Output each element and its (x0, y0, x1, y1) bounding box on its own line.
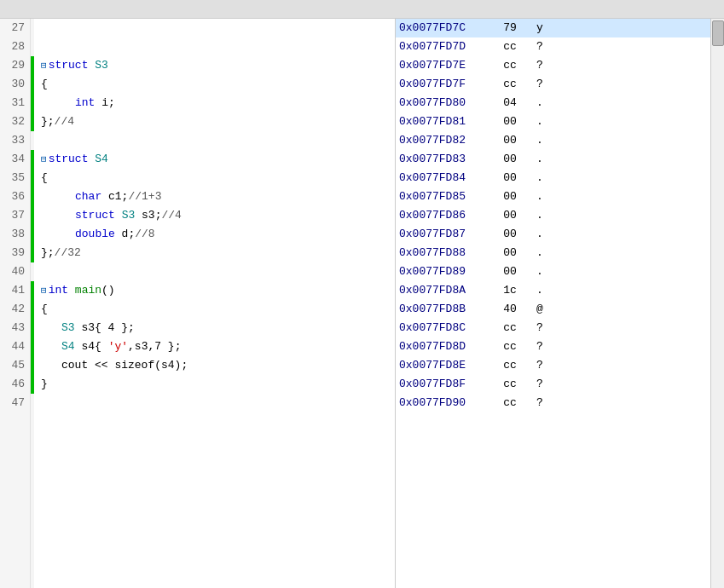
mem-value: cc (493, 319, 527, 337)
code-line: struct S3 s3;//4 (41, 206, 395, 225)
green-bar-segment (31, 356, 34, 375)
line-numbers: 2728293031323334353637383940414243444546… (0, 19, 31, 588)
code-lines: ⊟struct S3{int i;};//4 ⊟struct S4{char c… (34, 19, 395, 588)
code-line: cout << sizeof(s4); (41, 356, 395, 375)
mem-char: . (527, 112, 553, 131)
code-text (68, 281, 75, 300)
green-bar-segment (31, 244, 34, 262)
type-name: S3 (95, 56, 108, 75)
memory-row: 0x0077FD8400. (396, 169, 710, 187)
type-name: S4 (61, 337, 75, 356)
memory-row: 0x0077FD8300. (396, 150, 710, 169)
code-text: d; (115, 225, 135, 244)
green-bar-segment (31, 56, 34, 75)
scrollbar[interactable] (710, 19, 724, 588)
mem-char: ? (527, 319, 553, 337)
line-number: 28 (0, 37, 25, 56)
green-bar-segment (31, 131, 34, 150)
mem-address: 0x0077FD83 (399, 150, 493, 169)
memory-row: 0x0077FD8Ccc? (396, 319, 710, 337)
memory-row: 0x0077FD7Ecc? (396, 56, 710, 75)
memory-panel: 0x0077FD7C79y0x0077FD7Dcc?0x0077FD7Ecc?0… (396, 19, 710, 588)
line-number: 41 (0, 281, 25, 300)
mem-address: 0x0077FD85 (399, 187, 493, 206)
line-number: 35 (0, 169, 25, 187)
green-bar-segment (31, 281, 34, 300)
line-number: 33 (0, 131, 25, 150)
line-number: 38 (0, 225, 25, 244)
code-line: S3 s3{ 4 }; (41, 319, 395, 337)
code-text: ,s3,7 }; (128, 337, 181, 356)
comment: //4 (161, 206, 181, 225)
code-text: s3{ 4 }; (75, 319, 135, 337)
mem-char: . (527, 131, 553, 150)
memory-row: 0x0077FD7Dcc? (396, 37, 710, 56)
collapse-icon[interactable]: ⊟ (41, 281, 47, 300)
keyword: struct (49, 150, 89, 169)
collapse-icon[interactable]: ⊟ (41, 150, 47, 169)
mem-char: ? (527, 56, 553, 75)
green-bar-segment (31, 262, 34, 281)
mem-address: 0x0077FD87 (399, 225, 493, 244)
mem-char: ? (527, 75, 553, 94)
comment: //8 (135, 225, 154, 244)
mem-char: . (527, 225, 553, 244)
mem-value: cc (493, 56, 527, 75)
code-text: }; (41, 112, 55, 131)
memory-row: 0x0077FD8A1c. (396, 281, 710, 300)
mem-address: 0x0077FD7D (399, 37, 493, 56)
code-line: };//32 (41, 244, 395, 262)
mem-value: cc (493, 394, 527, 412)
mem-value: 00 (493, 150, 527, 169)
code-text (88, 56, 95, 75)
green-bar-segment (31, 37, 34, 56)
line-number: 32 (0, 112, 25, 131)
string-literal: 'y' (108, 337, 128, 356)
code-text: { (41, 75, 48, 94)
collapse-icon[interactable]: ⊟ (41, 56, 47, 75)
memory-row: 0x0077FD8B40@ (396, 300, 710, 319)
code-line: };//4 (41, 112, 395, 131)
memory-row: 0x0077FD7Fcc? (396, 75, 710, 94)
memory-row: 0x0077FD8Dcc? (396, 337, 710, 356)
code-text: } (41, 375, 48, 394)
code-text: { (41, 169, 48, 187)
code-line: ⊟struct S3 (41, 56, 395, 75)
mem-address: 0x0077FD90 (399, 394, 493, 412)
mem-address: 0x0077FD82 (399, 131, 493, 150)
mem-char: y (527, 19, 553, 37)
mem-char: ? (527, 394, 553, 412)
mem-value: 00 (493, 206, 527, 225)
code-text: s4{ (75, 337, 108, 356)
memory-row: 0x0077FD8004. (396, 94, 710, 112)
memory-row: 0x0077FD8700. (396, 225, 710, 244)
comment: //4 (55, 112, 74, 131)
mem-char: . (527, 150, 553, 169)
code-line: ⊟struct S4 (41, 150, 395, 169)
green-bar-segment (31, 337, 34, 356)
mem-address: 0x0077FD8D (399, 337, 493, 356)
mem-value: cc (493, 337, 527, 356)
line-number: 42 (0, 300, 25, 319)
mem-address: 0x0077FD8B (399, 300, 493, 319)
mem-address: 0x0077FD8E (399, 356, 493, 375)
line-number: 45 (0, 356, 25, 375)
memory-row: 0x0077FD8600. (396, 206, 710, 225)
memory-row: 0x0077FD8Ecc? (396, 356, 710, 375)
mem-value: 79 (493, 19, 527, 37)
green-bar-segment (31, 394, 34, 412)
scrollbar-thumb[interactable] (712, 20, 724, 46)
green-bar-segment (31, 375, 34, 394)
code-text: cout << sizeof(s4); (61, 356, 188, 375)
mem-value: 00 (493, 244, 527, 262)
keyword: double (75, 225, 115, 244)
type-name: S3 (122, 206, 136, 225)
memory-scroll[interactable]: 0x0077FD7C79y0x0077FD7Dcc?0x0077FD7Ecc?0… (396, 19, 710, 588)
code-line: { (41, 75, 395, 94)
code-line: { (41, 300, 395, 319)
mem-char: ? (527, 337, 553, 356)
code-line: S4 s4{ 'y',s3,7 }; (41, 337, 395, 356)
mem-value: 00 (493, 225, 527, 244)
mem-address: 0x0077FD8C (399, 319, 493, 337)
code-text: s3; (135, 206, 161, 225)
